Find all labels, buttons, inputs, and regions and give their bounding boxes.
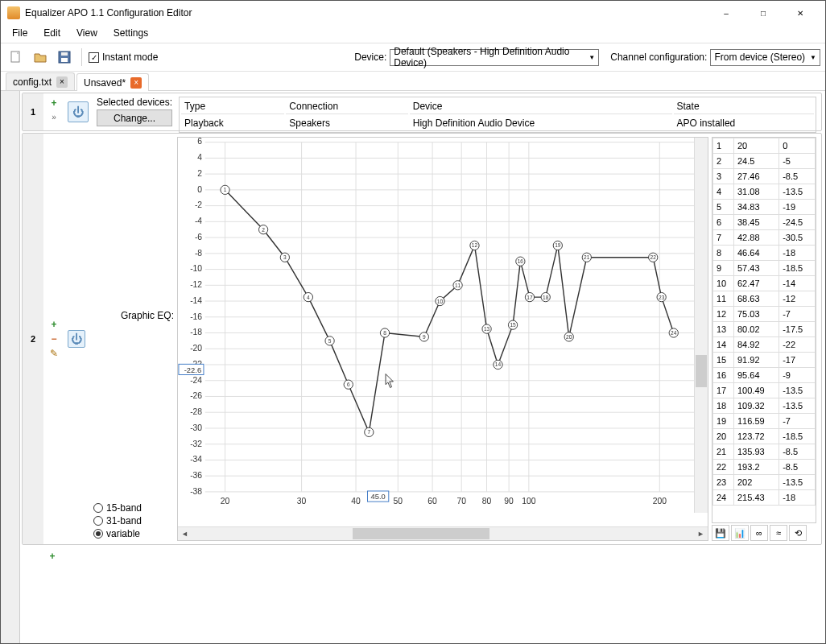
device-combo-value: Default (Speakers - High Definition Audi…: [394, 46, 584, 68]
vertical-scrollbar[interactable]: [694, 138, 708, 513]
svg-text:30: 30: [297, 497, 307, 506]
titlebar: Equalizer APO 1.1 Configuration Editor –…: [1, 1, 825, 25]
check-icon: ✓: [89, 52, 99, 63]
table-row[interactable]: 638.45-24.5: [713, 215, 816, 230]
table-row[interactable]: 24215.43-18: [713, 490, 816, 506]
table-row[interactable]: 224.5-5: [713, 154, 816, 169]
edit-filter-icon[interactable]: ✎: [47, 347, 60, 360]
tab-label: Unsaved*: [84, 77, 126, 89]
table-row[interactable]: 21135.93-8.5: [713, 444, 816, 460]
import-icon[interactable]: 📊: [731, 525, 749, 541]
invert-icon[interactable]: ∞: [750, 525, 768, 541]
svg-text:-28: -28: [190, 407, 202, 416]
table-row[interactable]: 19116.59-7: [713, 414, 816, 429]
table-row[interactable]: 327.46-8.5: [713, 169, 816, 184]
col-connection: Connection: [286, 99, 407, 114]
radio-variable[interactable]: variable: [93, 528, 174, 539]
filter-row-graphic-eq: 2 + − ✎ ⏻ Graphic EQ: 15-band 31-band va…: [22, 133, 822, 545]
add-filter-icon[interactable]: +: [47, 97, 60, 109]
svg-text:4: 4: [197, 153, 202, 162]
horizontal-scrollbar[interactable]: ◄ ►: [178, 526, 708, 540]
table-row[interactable]: 18109.32-13.5: [713, 398, 816, 414]
table-row[interactable]: Playback Speakers High Definition Audio …: [181, 116, 814, 130]
svg-text:20: 20: [221, 497, 230, 506]
maximize-button[interactable]: □: [745, 1, 782, 25]
table-row[interactable]: 1380.02-17.5: [713, 322, 816, 337]
value-table[interactable]: 1200224.5-5327.46-8.5431.08-13.5534.83-1…: [712, 137, 816, 523]
svg-text:12: 12: [472, 242, 478, 248]
channel-combo[interactable]: From device (Stereo) ▼: [710, 49, 820, 66]
menu-settings[interactable]: Settings: [105, 25, 156, 43]
svg-text:22: 22: [650, 254, 657, 260]
table-row[interactable]: 1591.92-17: [713, 353, 816, 368]
svg-text:-4: -4: [195, 217, 202, 225]
open-button[interactable]: [30, 47, 51, 68]
table-row[interactable]: 846.64-18: [713, 246, 816, 261]
toolbar: ✓ Instant mode Device: Default (Speakers…: [1, 43, 825, 72]
svg-text:21: 21: [584, 254, 590, 260]
table-row[interactable]: 534.83-19: [713, 200, 816, 215]
table-row[interactable]: 1695.64-9: [713, 368, 816, 383]
remove-filter-icon[interactable]: −: [47, 332, 60, 345]
minimize-button[interactable]: –: [708, 1, 745, 25]
svg-text:15: 15: [510, 322, 516, 328]
power-toggle[interactable]: ⏻: [68, 101, 89, 122]
tab-close-icon[interactable]: ×: [56, 76, 68, 88]
add-filter-icon[interactable]: +: [47, 318, 60, 331]
device-combo[interactable]: Default (Speakers - High Definition Audi…: [390, 49, 599, 66]
svg-text:14: 14: [495, 361, 502, 367]
gutter: [1, 91, 20, 643]
svg-text:-2: -2: [195, 200, 202, 209]
device-label: Device:: [354, 52, 386, 63]
instant-mode-label: Instant mode: [102, 52, 158, 63]
svg-text:100: 100: [522, 497, 535, 506]
table-row[interactable]: 17100.49-13.5: [713, 383, 816, 398]
svg-text:80: 80: [482, 497, 492, 506]
instant-mode-checkbox[interactable]: ✓ Instant mode: [89, 52, 158, 63]
normalize-icon[interactable]: ≈: [770, 525, 787, 541]
save-values-icon[interactable]: 💾: [712, 525, 729, 541]
radio-31-band[interactable]: 31-band: [93, 515, 174, 526]
svg-text:200: 200: [653, 497, 667, 506]
menu-edit[interactable]: Edit: [35, 25, 68, 43]
table-row[interactable]: 1200: [713, 138, 816, 154]
table-row[interactable]: 742.88-30.5: [713, 230, 816, 246]
close-button[interactable]: ✕: [782, 1, 819, 25]
expand-icon[interactable]: »: [47, 111, 60, 124]
tab-close-icon[interactable]: ×: [130, 77, 142, 89]
svg-text:90: 90: [504, 497, 514, 506]
table-row[interactable]: 22193.2-8.5: [713, 460, 816, 475]
table-row[interactable]: 23202-13.5: [713, 475, 816, 490]
menu-file[interactable]: File: [4, 25, 35, 43]
eq-chart[interactable]: 6420-2-4-6-8-10-12-14-16-18-20-22-24-26-…: [177, 137, 708, 541]
add-filter-bottom-icon[interactable]: +: [46, 550, 59, 563]
svg-text:11: 11: [455, 283, 461, 288]
radio-15-band[interactable]: 15-band: [93, 502, 174, 514]
table-row[interactable]: 1484.92-22: [713, 337, 816, 353]
change-button[interactable]: Change...: [97, 109, 172, 126]
svg-text:-8: -8: [195, 249, 202, 258]
tab-label: config.txt: [13, 76, 52, 88]
filter-number: 2: [23, 134, 43, 544]
svg-text:-34: -34: [190, 455, 202, 464]
svg-text:0: 0: [197, 185, 202, 194]
window-title: Equalizer APO 1.1 Configuration Editor: [25, 7, 708, 19]
table-row[interactable]: 1062.47-14: [713, 276, 816, 291]
power-toggle[interactable]: ⏻: [68, 330, 85, 348]
table-row[interactable]: 20123.72-18.5: [713, 429, 816, 444]
svg-text:-26: -26: [190, 391, 202, 400]
table-row[interactable]: 1168.63-12: [713, 291, 816, 307]
channel-config-label: Channel configuration:: [610, 52, 707, 63]
svg-text:20: 20: [566, 334, 572, 340]
tab-unsaved[interactable]: Unsaved* ×: [76, 73, 149, 91]
reset-icon[interactable]: ⟲: [789, 525, 807, 541]
new-button[interactable]: [6, 47, 27, 68]
table-row[interactable]: 957.43-18.5: [713, 261, 816, 276]
tab-config[interactable]: config.txt ×: [6, 72, 75, 90]
menu-view[interactable]: View: [68, 25, 105, 43]
table-row[interactable]: 431.08-13.5: [713, 184, 816, 200]
save-button[interactable]: [54, 47, 75, 68]
svg-text:13: 13: [484, 326, 490, 332]
table-row[interactable]: 1275.03-7: [713, 307, 816, 322]
chevron-down-icon: ▼: [589, 54, 595, 61]
